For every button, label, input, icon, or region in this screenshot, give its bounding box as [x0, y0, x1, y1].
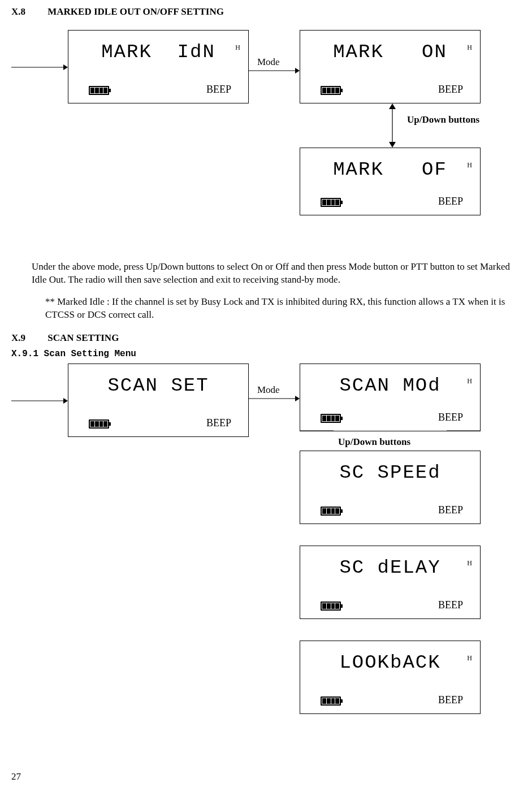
lcd-beep: BEEP: [438, 410, 463, 424]
lcd-beep: BEEP: [206, 416, 231, 430]
section-b-heading: X.9 SCAN SETTING: [11, 332, 520, 345]
section-a-num: X.8: [11, 6, 45, 19]
section-b-title: SCAN SETTING: [47, 332, 119, 343]
updown-label-b: Up/Down buttons: [338, 436, 410, 449]
section-b-subheading: X.9.1 Scan Setting Menu: [11, 348, 520, 361]
lcd-text: SC SPEEd: [308, 458, 472, 486]
lcd-text: MARK OF: [308, 155, 472, 183]
updown-line-left: [300, 430, 334, 431]
svg-marker-1: [63, 64, 68, 70]
lcd-mark-on: MARK ON H BEEP: [300, 30, 481, 103]
svg-marker-3: [295, 68, 300, 73]
lcd-scan-mod: SCAN MOd H BEEP: [300, 364, 481, 431]
section-a-note: ** Marked Idle : If the channel is set b…: [45, 296, 520, 322]
arrow-updown-a: [387, 103, 398, 148]
arrow-entry-b: [11, 395, 68, 406]
page-number: 27: [11, 771, 520, 784]
updown-line-right: [447, 430, 481, 431]
section-a-paragraph: Under the above mode, press Up/Down butt…: [32, 261, 520, 287]
arrow-mode-a: [249, 65, 300, 76]
lcd-sc-speed: SC SPEEd BEEP: [300, 451, 481, 524]
section-b-num: X.9: [11, 332, 45, 345]
lcd-sc-delay: SC dELAY H BEEP: [300, 546, 481, 619]
section-a-title: MARKED IDLE OUT ON/OFF SETTING: [47, 6, 224, 17]
arrow-mode-b: [249, 393, 300, 404]
lcd-beep: BEEP: [438, 503, 463, 517]
lcd-text: SCAN MOd: [308, 371, 472, 399]
lcd-mark-idn: MARK IdN H BEEP: [68, 30, 249, 103]
svg-marker-6: [389, 142, 396, 148]
battery-icon: [321, 414, 341, 423]
battery-icon: [321, 696, 341, 706]
lcd-h-indicator: H: [467, 377, 472, 386]
battery-icon: [89, 419, 109, 429]
lcd-text: MARK IdN: [76, 37, 240, 66]
battery-icon: [321, 507, 341, 516]
lcd-text: SC dELAY: [308, 553, 472, 581]
battery-icon: [321, 602, 341, 611]
arrow-entry-a: [11, 62, 68, 73]
battery-icon: [89, 86, 109, 95]
lcd-h-indicator: H: [235, 43, 240, 52]
lcd-lookback: LOOKbACK H BEEP: [300, 641, 481, 714]
lcd-beep: BEEP: [438, 693, 463, 707]
lcd-beep: BEEP: [206, 83, 231, 96]
svg-marker-8: [63, 398, 68, 404]
section-b-flow: SCAN SET BEEP Mode SCAN MOd H BEEP Up/Do…: [11, 364, 520, 759]
lcd-text: LOOKbACK: [308, 648, 472, 676]
lcd-beep: BEEP: [438, 598, 463, 612]
lcd-mark-of: MARK OF H BEEP: [300, 148, 481, 215]
lcd-h-indicator: H: [467, 654, 472, 663]
section-a-flow: MARK IdN H BEEP Mode MARK ON H BEEP Up/D…: [11, 30, 520, 256]
section-a-heading: X.8 MARKED IDLE OUT ON/OFF SETTING: [11, 6, 520, 19]
lcd-h-indicator: H: [467, 559, 472, 568]
lcd-text: SCAN SET: [76, 371, 240, 399]
lcd-beep: BEEP: [438, 83, 463, 96]
lcd-h-indicator: H: [467, 43, 472, 52]
battery-icon: [321, 198, 341, 207]
updown-label-a: Up/Down buttons: [407, 114, 479, 127]
svg-marker-10: [295, 396, 300, 401]
battery-icon: [321, 86, 341, 95]
lcd-scan-set: SCAN SET BEEP: [68, 364, 249, 437]
lcd-text: MARK ON: [308, 37, 472, 66]
lcd-beep: BEEP: [438, 194, 463, 208]
lcd-h-indicator: H: [467, 161, 472, 170]
